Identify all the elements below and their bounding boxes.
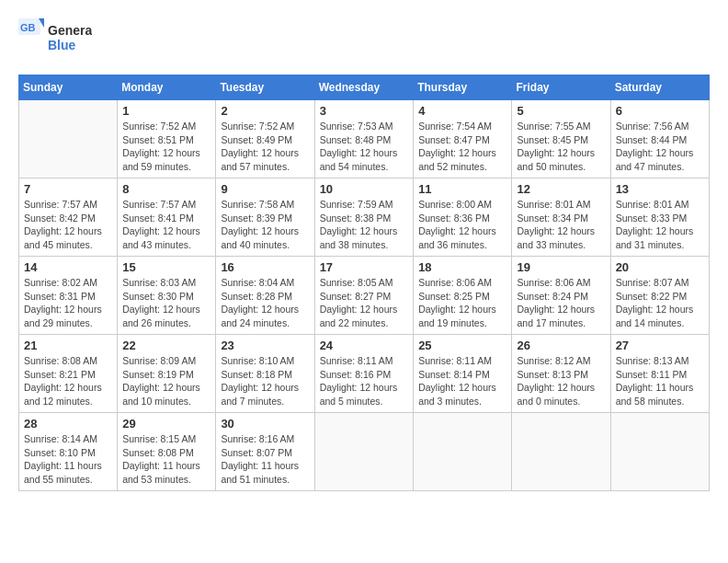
svg-text:GB: GB — [20, 22, 36, 33]
day-number: 29 — [122, 417, 210, 431]
day-info: Sunrise: 8:11 AM Sunset: 8:14 PM Dayligh… — [418, 354, 506, 408]
weekday-header: Friday — [512, 75, 610, 100]
day-info: Sunrise: 7:59 AM Sunset: 8:38 PM Dayligh… — [320, 198, 409, 252]
calendar-day: 26Sunrise: 8:12 AM Sunset: 8:13 PM Dayli… — [512, 335, 610, 413]
day-number: 11 — [418, 182, 506, 196]
empty-cell — [19, 100, 118, 178]
day-number: 21 — [24, 339, 112, 352]
day-number: 14 — [24, 260, 112, 274]
day-number: 27 — [616, 339, 704, 352]
empty-cell — [610, 413, 709, 491]
day-info: Sunrise: 8:09 AM Sunset: 8:19 PM Dayligh… — [122, 354, 210, 408]
day-number: 3 — [320, 104, 409, 118]
calendar-day: 3Sunrise: 7:53 AM Sunset: 8:48 PM Daylig… — [314, 100, 414, 178]
day-number: 1 — [122, 104, 210, 118]
day-number: 9 — [221, 182, 309, 196]
day-info: Sunrise: 7:52 AM Sunset: 8:51 PM Dayligh… — [122, 120, 210, 174]
day-info: Sunrise: 7:57 AM Sunset: 8:41 PM Dayligh… — [122, 198, 210, 252]
svg-text:General: General — [48, 23, 92, 38]
day-number: 26 — [517, 339, 605, 352]
day-number: 20 — [616, 260, 704, 274]
calendar-day: 8Sunrise: 7:57 AM Sunset: 8:41 PM Daylig… — [118, 178, 216, 257]
day-info: Sunrise: 8:16 AM Sunset: 8:07 PM Dayligh… — [221, 432, 309, 487]
day-info: Sunrise: 7:53 AM Sunset: 8:48 PM Dayligh… — [320, 120, 409, 174]
day-info: Sunrise: 8:11 AM Sunset: 8:16 PM Dayligh… — [320, 354, 409, 408]
day-number: 30 — [221, 417, 309, 431]
calendar-day: 13Sunrise: 8:01 AM Sunset: 8:33 PM Dayli… — [610, 178, 709, 257]
weekday-header: Wednesday — [314, 75, 414, 100]
calendar-day: 30Sunrise: 8:16 AM Sunset: 8:07 PM Dayli… — [216, 413, 314, 491]
calendar-day: 18Sunrise: 8:06 AM Sunset: 8:25 PM Dayli… — [414, 257, 512, 335]
calendar-day: 28Sunrise: 8:14 AM Sunset: 8:10 PM Dayli… — [19, 413, 118, 491]
day-number: 7 — [24, 182, 112, 196]
day-info: Sunrise: 8:06 AM Sunset: 8:25 PM Dayligh… — [418, 276, 506, 330]
day-info: Sunrise: 8:14 AM Sunset: 8:10 PM Dayligh… — [24, 432, 112, 487]
weekday-header: Tuesday — [216, 75, 314, 100]
day-info: Sunrise: 8:01 AM Sunset: 8:34 PM Dayligh… — [517, 198, 605, 252]
calendar-day: 5Sunrise: 7:55 AM Sunset: 8:45 PM Daylig… — [512, 100, 610, 178]
calendar-day: 6Sunrise: 7:56 AM Sunset: 8:44 PM Daylig… — [610, 100, 709, 178]
day-info: Sunrise: 7:55 AM Sunset: 8:45 PM Dayligh… — [517, 120, 605, 174]
day-number: 16 — [221, 260, 309, 274]
day-number: 17 — [320, 260, 409, 274]
calendar-day: 29Sunrise: 8:15 AM Sunset: 8:08 PM Dayli… — [118, 413, 216, 491]
day-info: Sunrise: 7:56 AM Sunset: 8:44 PM Dayligh… — [616, 120, 704, 174]
svg-text:Blue: Blue — [48, 38, 76, 52]
calendar-table: SundayMondayTuesdayWednesdayThursdayFrid… — [18, 75, 710, 491]
day-number: 28 — [24, 417, 112, 431]
day-info: Sunrise: 8:15 AM Sunset: 8:08 PM Dayligh… — [122, 432, 210, 487]
weekday-header: Sunday — [19, 75, 118, 100]
calendar-day: 4Sunrise: 7:54 AM Sunset: 8:47 PM Daylig… — [414, 100, 512, 178]
day-number: 4 — [418, 104, 506, 118]
calendar-day: 1Sunrise: 7:52 AM Sunset: 8:51 PM Daylig… — [118, 100, 216, 178]
logo-svg: General Blue GB — [18, 18, 92, 60]
day-info: Sunrise: 7:58 AM Sunset: 8:39 PM Dayligh… — [221, 198, 309, 252]
weekday-header: Monday — [118, 75, 216, 100]
day-info: Sunrise: 8:05 AM Sunset: 8:27 PM Dayligh… — [320, 276, 409, 330]
calendar-day: 22Sunrise: 8:09 AM Sunset: 8:19 PM Dayli… — [118, 335, 216, 413]
day-number: 18 — [418, 260, 506, 274]
day-info: Sunrise: 8:08 AM Sunset: 8:21 PM Dayligh… — [24, 354, 112, 408]
day-info: Sunrise: 8:06 AM Sunset: 8:24 PM Dayligh… — [517, 276, 605, 330]
calendar-day: 17Sunrise: 8:05 AM Sunset: 8:27 PM Dayli… — [314, 257, 414, 335]
day-number: 22 — [122, 339, 210, 352]
calendar-day: 19Sunrise: 8:06 AM Sunset: 8:24 PM Dayli… — [512, 257, 610, 335]
calendar-day: 16Sunrise: 8:04 AM Sunset: 8:28 PM Dayli… — [216, 257, 314, 335]
day-info: Sunrise: 8:03 AM Sunset: 8:30 PM Dayligh… — [122, 276, 210, 330]
calendar-day: 23Sunrise: 8:10 AM Sunset: 8:18 PM Dayli… — [216, 335, 314, 413]
calendar-day: 7Sunrise: 7:57 AM Sunset: 8:42 PM Daylig… — [19, 178, 118, 257]
day-number: 8 — [122, 182, 210, 196]
day-info: Sunrise: 8:00 AM Sunset: 8:36 PM Dayligh… — [418, 198, 506, 252]
calendar-day: 12Sunrise: 8:01 AM Sunset: 8:34 PM Dayli… — [512, 178, 610, 257]
day-number: 24 — [320, 339, 409, 352]
day-number: 5 — [517, 104, 605, 118]
calendar-day: 11Sunrise: 8:00 AM Sunset: 8:36 PM Dayli… — [414, 178, 512, 257]
logo: General Blue GB — [18, 18, 92, 60]
day-info: Sunrise: 7:57 AM Sunset: 8:42 PM Dayligh… — [24, 198, 112, 252]
calendar-day: 25Sunrise: 8:11 AM Sunset: 8:14 PM Dayli… — [414, 335, 512, 413]
day-info: Sunrise: 7:52 AM Sunset: 8:49 PM Dayligh… — [221, 120, 309, 174]
calendar-day: 27Sunrise: 8:13 AM Sunset: 8:11 PM Dayli… — [610, 335, 709, 413]
empty-cell — [314, 413, 414, 491]
calendar-day: 2Sunrise: 7:52 AM Sunset: 8:49 PM Daylig… — [216, 100, 314, 178]
day-info: Sunrise: 8:02 AM Sunset: 8:31 PM Dayligh… — [24, 276, 112, 330]
calendar-day: 10Sunrise: 7:59 AM Sunset: 8:38 PM Dayli… — [314, 178, 414, 257]
day-info: Sunrise: 8:04 AM Sunset: 8:28 PM Dayligh… — [221, 276, 309, 330]
day-info: Sunrise: 8:12 AM Sunset: 8:13 PM Dayligh… — [517, 354, 605, 408]
day-info: Sunrise: 7:54 AM Sunset: 8:47 PM Dayligh… — [418, 120, 506, 174]
day-number: 2 — [221, 104, 309, 118]
day-number: 13 — [616, 182, 704, 196]
day-info: Sunrise: 8:07 AM Sunset: 8:22 PM Dayligh… — [616, 276, 704, 330]
day-number: 25 — [418, 339, 506, 352]
day-number: 10 — [320, 182, 409, 196]
calendar-day: 20Sunrise: 8:07 AM Sunset: 8:22 PM Dayli… — [610, 257, 709, 335]
day-info: Sunrise: 8:10 AM Sunset: 8:18 PM Dayligh… — [221, 354, 309, 408]
weekday-header: Saturday — [610, 75, 709, 100]
calendar-day: 14Sunrise: 8:02 AM Sunset: 8:31 PM Dayli… — [19, 257, 118, 335]
day-number: 15 — [122, 260, 210, 274]
day-number: 19 — [517, 260, 605, 274]
calendar-day: 9Sunrise: 7:58 AM Sunset: 8:39 PM Daylig… — [216, 178, 314, 257]
header: General Blue GB — [18, 18, 710, 60]
weekday-header: Thursday — [414, 75, 512, 100]
empty-cell — [414, 413, 512, 491]
